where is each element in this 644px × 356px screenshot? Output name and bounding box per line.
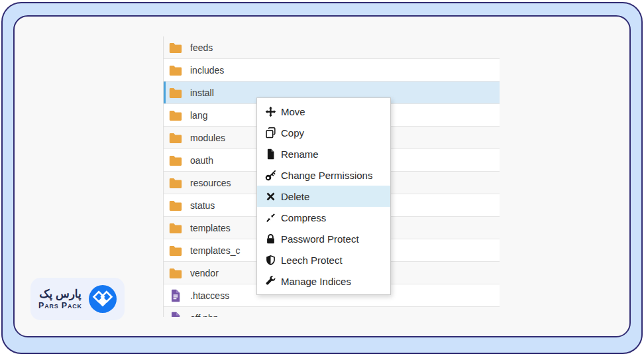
- brand-text: پارس پک Pars Pack: [38, 288, 82, 310]
- menu-item-copy[interactable]: Copy: [257, 122, 390, 143]
- shield-icon: [265, 255, 276, 266]
- parspack-logo-icon: [89, 285, 117, 313]
- brand-name-farsi: پارس پک: [38, 288, 82, 301]
- folder-icon: [168, 131, 183, 145]
- menu-item-move[interactable]: Move: [257, 101, 390, 122]
- file-name-label: modules: [190, 133, 225, 143]
- folder-icon: [168, 176, 183, 190]
- menu-item-label: Password Protect: [281, 233, 359, 245]
- file-name-label: includes: [190, 65, 224, 76]
- file-name-label: resources: [190, 178, 231, 188]
- delete-x-icon: [265, 191, 276, 202]
- screenshot-area: feeds includes install lang modules oaut…: [13, 15, 631, 337]
- lock-icon: [265, 233, 276, 245]
- file-row-off-php[interactable]: off.php: [164, 307, 500, 317]
- menu-item-label: Leech Protect: [281, 255, 343, 266]
- file-name-label: off.php: [190, 313, 219, 318]
- menu-item-leech-protect[interactable]: Leech Protect: [257, 249, 390, 270]
- compress-icon: [265, 212, 276, 223]
- menu-item-change-permissions[interactable]: Change Permissions: [257, 164, 390, 186]
- menu-item-label: Delete: [281, 191, 309, 202]
- file-icon: [168, 311, 183, 318]
- file-name-label: templates: [190, 223, 231, 233]
- context-menu: Move Copy Rename Change Permissions Dele…: [256, 97, 391, 295]
- folder-icon: [168, 266, 183, 280]
- key-icon: [265, 170, 276, 181]
- folder-icon: [168, 243, 183, 258]
- move-icon: [265, 106, 276, 117]
- file-name-label: vendor: [190, 268, 219, 278]
- menu-item-delete[interactable]: Delete: [257, 186, 390, 207]
- file-icon: [168, 288, 183, 303]
- menu-item-rename[interactable]: Rename: [257, 143, 390, 164]
- menu-item-password-protect[interactable]: Password Protect: [257, 228, 390, 249]
- file-row-includes[interactable]: includes: [164, 59, 500, 82]
- file-name-label: feeds: [190, 42, 213, 53]
- menu-item-label: Copy: [281, 127, 304, 139]
- folder-icon: [168, 63, 183, 78]
- menu-item-label: Rename: [281, 148, 319, 160]
- file-name-label: install: [190, 88, 214, 98]
- folder-icon: [168, 153, 183, 168]
- menu-item-manage-indices[interactable]: Manage Indices: [257, 270, 390, 292]
- parspack-logo-badge: پارس پک Pars Pack: [30, 278, 125, 320]
- menu-item-label: Change Permissions: [281, 170, 372, 181]
- folder-icon: [168, 40, 183, 55]
- folder-icon: [168, 108, 183, 123]
- file-row-feeds[interactable]: feeds: [164, 36, 500, 59]
- copy-icon: [265, 127, 276, 139]
- folder-icon: [168, 221, 183, 235]
- file-name-label: .htaccess: [190, 290, 229, 301]
- menu-item-label: Compress: [281, 212, 326, 223]
- folder-icon: [168, 198, 183, 213]
- menu-item-label: Move: [281, 106, 305, 117]
- file-name-label: oauth: [190, 155, 213, 166]
- folder-icon: [168, 86, 183, 100]
- file-name-label: status: [190, 200, 215, 211]
- menu-item-compress[interactable]: Compress: [257, 207, 390, 228]
- menu-item-label: Manage Indices: [281, 276, 351, 287]
- wrench-icon: [265, 276, 276, 287]
- rename-file-icon: [265, 148, 276, 160]
- file-name-label: lang: [190, 110, 207, 121]
- file-name-label: templates_c: [190, 245, 240, 256]
- brand-name-english: Pars Pack: [38, 301, 82, 310]
